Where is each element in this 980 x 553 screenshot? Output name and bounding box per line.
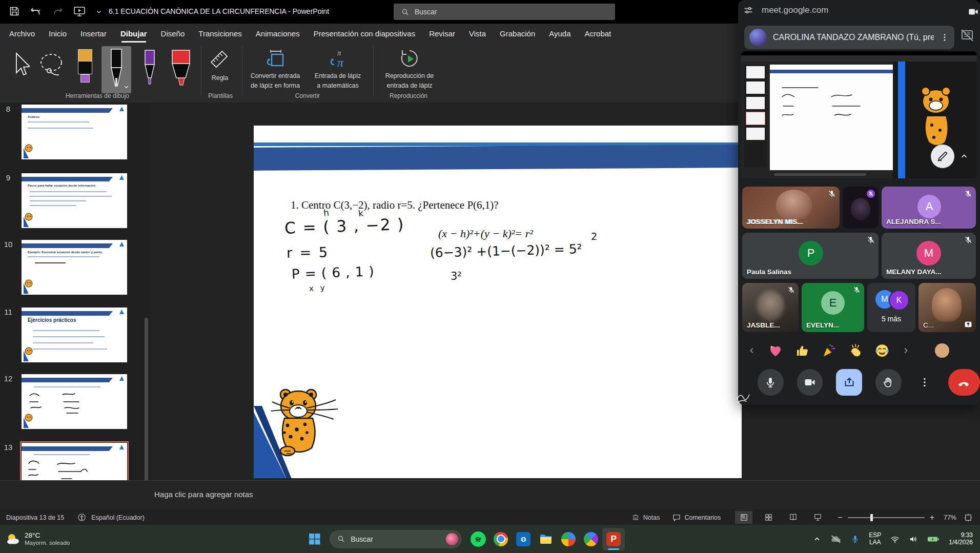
tab-acrobat[interactable]: Acrobat [585, 29, 611, 38]
notes-toggle[interactable]: Notas [631, 513, 660, 522]
skin-tone-selector[interactable] [935, 343, 949, 358]
raise-hand-button[interactable] [875, 369, 902, 396]
meet-url-bar[interactable]: meet.google.com [743, 5, 828, 15]
current-slide[interactable]: 1. Centro C(3,−2), radio r=5. ¿Pertenece… [254, 126, 742, 478]
reaction-sparkling-heart[interactable] [768, 343, 783, 358]
weather-widget[interactable]: 28°C Mayorm. soleado [5, 531, 70, 547]
tab-ayuda[interactable]: Ayuda [549, 29, 570, 38]
pen-options-chevron-icon[interactable] [123, 84, 130, 90]
tray-mic-in-use-icon[interactable] [851, 535, 860, 543]
present-button-active[interactable] [836, 369, 862, 396]
qat-customize-chevron-icon[interactable] [95, 8, 110, 22]
zoom-slider-handle[interactable] [870, 514, 873, 521]
save-icon[interactable] [8, 5, 23, 18]
slide-thumbnail-10[interactable]: Ejemplo: Encontrar ecuación desde centro… [22, 240, 127, 295]
purple-pen-icon[interactable] [139, 48, 160, 89]
presentation-mode-icon[interactable] [959, 28, 975, 43]
taskbar-app-outlook[interactable]: o [512, 528, 535, 550]
zoom-level[interactable]: 77% [944, 514, 956, 521]
reactions-next-icon[interactable] [901, 346, 910, 355]
comments-toggle[interactable]: Comentarios [672, 513, 721, 522]
overflow-tile[interactable]: M K 5 más [867, 283, 915, 332]
ink-to-math-button[interactable]: ππ Entrada de lápiz a matemáticas [308, 47, 368, 90]
participant-tile[interactable]: M MELANY DAYA... [882, 233, 976, 279]
taskbar-app-pinwheel-1[interactable] [557, 528, 580, 550]
accessibility-icon[interactable] [77, 513, 86, 522]
notes-placeholder[interactable]: Haga clic para agregar notas [154, 490, 253, 499]
ink-replay-button[interactable]: Reproducción de entrada de lápiz [377, 47, 442, 90]
taskbar-app-chrome[interactable] [489, 528, 512, 550]
zoom-out-button[interactable]: − [838, 513, 842, 522]
tray-chevron-up-icon[interactable] [813, 535, 821, 543]
black-pen-tool-selected[interactable] [101, 46, 131, 93]
eraser-pen-icon[interactable] [78, 49, 92, 83]
undo-icon[interactable] [29, 5, 43, 18]
participant-tile[interactable]: JASBLE... [742, 283, 799, 332]
slide-thumbnail-11[interactable]: Ejercicios prácticos [22, 308, 127, 362]
participant-tile[interactable]: A ALEJANDRA S... [882, 187, 976, 229]
search-input[interactable]: Buscar [394, 4, 615, 20]
clock[interactable]: 9:33 1/4/2026 [949, 532, 973, 546]
participant-tile[interactable]: JOSSELYN MIS... [742, 187, 840, 229]
camera-button[interactable] [797, 369, 823, 396]
taskbar-app-powerpoint-active[interactable]: P [602, 528, 625, 550]
battery-charging-icon[interactable] [927, 535, 940, 543]
tab-transiciones[interactable]: Transiciones [198, 29, 241, 38]
reaction-clapping-hands[interactable] [848, 343, 863, 358]
self-tile[interactable]: C... [918, 283, 976, 332]
annotation-pen-button[interactable] [931, 145, 954, 168]
select-tool-icon[interactable] [11, 49, 30, 81]
collapse-chevron-icon[interactable] [959, 152, 969, 161]
reaction-thumbs-up[interactable] [794, 343, 810, 358]
wifi-icon[interactable] [890, 535, 900, 544]
reaction-face-with-tears-of-joy[interactable] [874, 343, 890, 358]
tab-dibujar[interactable]: Dibujar [120, 29, 147, 38]
lasso-select-icon[interactable] [37, 50, 67, 81]
more-options-button[interactable] [915, 369, 935, 396]
presenter-row[interactable]: CAROLINA TANDAZO ZAMBRANO (Tú, pres... [744, 26, 954, 49]
taskbar-app-pinwheel-2[interactable] [580, 528, 602, 550]
slide-counter[interactable]: Diapositiva 13 de 15 [6, 514, 64, 521]
tab-grabacion[interactable]: Grabación [500, 29, 535, 38]
participant-tile[interactable]: P Paula Salinas [742, 233, 879, 279]
participant-tile[interactable] [843, 187, 879, 229]
fit-slide-button[interactable] [964, 513, 973, 522]
more-options-icon[interactable] [940, 33, 949, 42]
slide-thumbnail-12[interactable] [22, 374, 127, 429]
slide-sorter-view-button[interactable] [760, 511, 777, 524]
red-highlighter-icon[interactable] [168, 48, 194, 89]
taskbar-app-file-explorer[interactable] [535, 528, 557, 550]
taskbar-search[interactable]: Buscar [330, 530, 462, 548]
tab-insertar[interactable]: Insertar [80, 29, 107, 38]
tab-presentacion[interactable]: Presentación con diapositivas [314, 29, 415, 38]
zoom-slider[interactable] [848, 517, 925, 518]
start-button[interactable] [303, 528, 325, 550]
volume-icon[interactable] [909, 535, 918, 544]
tab-animaciones[interactable]: Animaciones [256, 29, 300, 38]
slide-thumbnail-9[interactable]: Pasos para hallar ecuación desde informa… [22, 173, 127, 228]
tab-inicio[interactable]: Inicio [49, 29, 67, 38]
notes-pane[interactable]: Haga clic para agregar notas [0, 480, 980, 510]
slideshow-view-button[interactable] [809, 511, 826, 524]
start-slideshow-icon[interactable] [73, 5, 87, 18]
language-status[interactable]: Español (Ecuador) [91, 514, 145, 521]
participant-tile[interactable]: E EVELYN... [802, 283, 864, 332]
ink-to-shape-button[interactable]: Convertir entrada de lápiz en forma [245, 47, 305, 90]
slide-thumbnail-8[interactable]: Análisis [22, 105, 127, 159]
reading-view-button[interactable] [784, 511, 802, 524]
language-indicator[interactable]: ESP LAA [869, 532, 881, 546]
mic-button[interactable] [758, 369, 784, 396]
end-call-button[interactable] [948, 369, 980, 396]
tab-archivo[interactable]: Archivo [9, 29, 35, 38]
camera-icon[interactable] [968, 6, 979, 17]
tab-revisar[interactable]: Revisar [429, 29, 455, 38]
thumbnail-scrollbar[interactable] [145, 318, 148, 507]
tab-vista[interactable]: Vista [469, 29, 486, 38]
reaction-party-popper[interactable] [821, 343, 836, 358]
onedrive-paused-icon[interactable] [830, 535, 842, 544]
normal-view-button[interactable] [735, 511, 752, 524]
taskbar-app-spotify[interactable] [467, 528, 489, 550]
zoom-in-button[interactable]: + [930, 513, 934, 522]
tab-diseno[interactable]: Diseño [161, 29, 185, 38]
reactions-prev-icon[interactable] [747, 346, 757, 355]
